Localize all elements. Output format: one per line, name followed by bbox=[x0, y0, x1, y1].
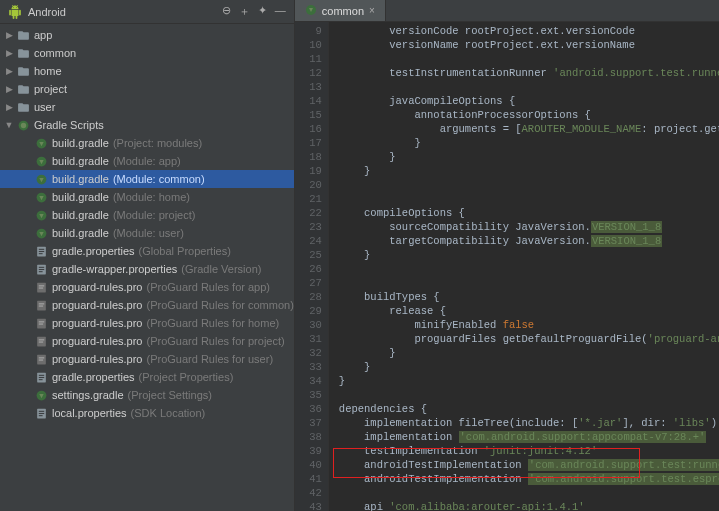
tree-item-hint: (Module: common) bbox=[113, 173, 205, 185]
editor-body: 9101112131415161718192021222324252627282… bbox=[295, 22, 719, 511]
tree-item[interactable]: ▶project bbox=[0, 80, 294, 98]
folder-icon bbox=[16, 82, 30, 96]
svg-rect-15 bbox=[38, 271, 42, 272]
gradle-icon bbox=[34, 136, 48, 150]
tree-item[interactable]: proguard-rules.pro(ProGuard Rules for pr… bbox=[0, 332, 294, 350]
tree-item[interactable]: build.gradle(Module: app) bbox=[0, 152, 294, 170]
pro-icon bbox=[34, 334, 48, 348]
svg-rect-18 bbox=[38, 287, 42, 288]
gradle-icon bbox=[34, 226, 48, 240]
tree-item-label: gradle-wrapper.properties bbox=[52, 263, 177, 275]
tree-item[interactable]: ▶app bbox=[0, 26, 294, 44]
tree-item-hint: (SDK Location) bbox=[131, 407, 206, 419]
tree-item[interactable]: ▼Gradle Scripts bbox=[0, 116, 294, 134]
tree-item-label: project bbox=[34, 83, 67, 95]
svg-rect-32 bbox=[38, 374, 43, 375]
tree-item-hint: (ProGuard Rules for app) bbox=[147, 281, 271, 293]
close-icon[interactable]: × bbox=[369, 5, 375, 16]
tree-item[interactable]: ▶home bbox=[0, 62, 294, 80]
tree-item[interactable]: build.gradle(Module: home) bbox=[0, 188, 294, 206]
tree-item[interactable]: build.gradle(Module: common) bbox=[0, 170, 294, 188]
svg-rect-29 bbox=[38, 357, 43, 358]
tree-item-label: proguard-rules.pro bbox=[52, 353, 143, 365]
tree-item[interactable]: proguard-rules.pro(ProGuard Rules for us… bbox=[0, 350, 294, 368]
tree-item[interactable]: gradle.properties(Global Properties) bbox=[0, 242, 294, 260]
tree-item[interactable]: ▶user bbox=[0, 98, 294, 116]
tree-item-hint: (ProGuard Rules for project) bbox=[147, 335, 285, 347]
tree-item[interactable]: gradle.properties(Project Properties) bbox=[0, 368, 294, 386]
svg-rect-10 bbox=[38, 250, 43, 251]
tree-item[interactable]: build.gradle(Module: project) bbox=[0, 206, 294, 224]
chevron-icon[interactable]: ▶ bbox=[4, 84, 14, 94]
tree-item-label: build.gradle bbox=[52, 227, 109, 239]
editor-tab-common[interactable]: common × bbox=[295, 0, 386, 21]
tree-item[interactable]: settings.gradle(Project Settings) bbox=[0, 386, 294, 404]
svg-rect-39 bbox=[38, 415, 42, 416]
svg-rect-20 bbox=[38, 303, 43, 304]
tree-item-label: proguard-rules.pro bbox=[52, 317, 143, 329]
tree-item-label: proguard-rules.pro bbox=[52, 281, 143, 293]
props-icon bbox=[34, 244, 48, 258]
add-icon[interactable]: ＋ bbox=[239, 4, 250, 19]
chevron-icon[interactable]: ▼ bbox=[4, 120, 14, 130]
gradle-icon bbox=[305, 4, 317, 18]
tree-item[interactable]: local.properties(SDK Location) bbox=[0, 404, 294, 422]
settings-icon[interactable]: ✦ bbox=[258, 4, 267, 19]
tree-item-hint: (Global Properties) bbox=[139, 245, 231, 257]
tree-item-hint: (Project Settings) bbox=[128, 389, 212, 401]
tree-item-label: build.gradle bbox=[52, 137, 109, 149]
pro-icon bbox=[34, 316, 48, 330]
tree-item-hint: (Module: home) bbox=[113, 191, 190, 203]
project-sidebar: Android ⊖ ＋ ✦ — ▶app▶common▶home▶project… bbox=[0, 0, 295, 511]
svg-rect-14 bbox=[38, 268, 43, 269]
tree-item-hint: (ProGuard Rules for home) bbox=[147, 317, 280, 329]
chevron-icon[interactable]: ▶ bbox=[4, 48, 14, 58]
tree-item[interactable]: proguard-rules.pro(ProGuard Rules for co… bbox=[0, 296, 294, 314]
gradle-icon bbox=[34, 154, 48, 168]
tree-item-label: common bbox=[34, 47, 76, 59]
svg-point-1 bbox=[20, 122, 25, 127]
svg-rect-24 bbox=[38, 323, 42, 324]
gradle-icon bbox=[34, 172, 48, 186]
project-tree[interactable]: ▶app▶common▶home▶project▶user▼Gradle Scr… bbox=[0, 24, 294, 511]
pro-icon bbox=[34, 352, 48, 366]
gradle-folder-icon bbox=[16, 118, 30, 132]
chevron-icon[interactable]: ▶ bbox=[4, 30, 14, 40]
collapse-icon[interactable]: ⊖ bbox=[222, 4, 231, 19]
pro-icon bbox=[34, 298, 48, 312]
tree-item[interactable]: build.gradle(Project: modules) bbox=[0, 134, 294, 152]
svg-rect-11 bbox=[38, 253, 42, 254]
tree-item[interactable]: ▶common bbox=[0, 44, 294, 62]
gradle-icon bbox=[34, 388, 48, 402]
tree-item-label: gradle.properties bbox=[52, 371, 135, 383]
tree-item-label: gradle.properties bbox=[52, 245, 135, 257]
hide-icon[interactable]: — bbox=[275, 4, 286, 19]
tree-item[interactable]: proguard-rules.pro(ProGuard Rules for ho… bbox=[0, 314, 294, 332]
view-selector[interactable]: Android bbox=[28, 6, 222, 18]
tree-item-hint: (Project: modules) bbox=[113, 137, 202, 149]
folder-icon bbox=[16, 28, 30, 42]
chevron-icon[interactable]: ▶ bbox=[4, 102, 14, 112]
tree-item-hint: (ProGuard Rules for user) bbox=[147, 353, 274, 365]
svg-rect-21 bbox=[38, 305, 42, 306]
pro-icon bbox=[34, 280, 48, 294]
props-icon bbox=[34, 370, 48, 384]
tree-item-label: settings.gradle bbox=[52, 389, 124, 401]
svg-rect-23 bbox=[38, 321, 43, 322]
tree-item[interactable]: proguard-rules.pro(ProGuard Rules for ap… bbox=[0, 278, 294, 296]
tree-item[interactable]: gradle-wrapper.properties(Gradle Version… bbox=[0, 260, 294, 278]
tree-item-hint: (Module: user) bbox=[113, 227, 184, 239]
props-icon bbox=[34, 406, 48, 420]
tree-item[interactable]: build.gradle(Module: user) bbox=[0, 224, 294, 242]
chevron-icon[interactable]: ▶ bbox=[4, 66, 14, 76]
svg-rect-26 bbox=[38, 339, 43, 340]
svg-rect-34 bbox=[38, 379, 42, 380]
tree-item-hint: (Module: project) bbox=[113, 209, 196, 221]
editor-tabs: common × bbox=[295, 0, 719, 22]
props-icon bbox=[34, 262, 48, 276]
tree-item-label: Gradle Scripts bbox=[34, 119, 104, 131]
tree-item-label: build.gradle bbox=[52, 155, 109, 167]
tree-item-label: build.gradle bbox=[52, 173, 109, 185]
code-content[interactable]: versionCode rootProject.ext.versionCode … bbox=[329, 22, 719, 511]
svg-rect-38 bbox=[38, 412, 43, 413]
